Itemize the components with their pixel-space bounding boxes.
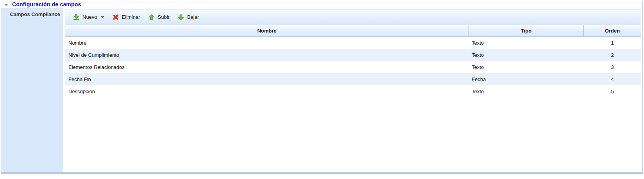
cell-orden: 1	[584, 37, 641, 49]
cell-tipo: Fecha	[469, 73, 584, 85]
table-row[interactable]: Descripción Texto 5	[65, 85, 641, 98]
cell-tipo: Texto	[469, 49, 584, 61]
add-new-icon	[73, 14, 79, 20]
nuevo-button[interactable]: Nuevo	[70, 12, 107, 23]
table-row[interactable]: Nivel de Cumplimiento Texto 2	[65, 49, 641, 61]
subir-button-label: Subir	[158, 14, 170, 20]
fieldset-legend: Configuración de campos	[1, 1, 642, 8]
column-header-nombre[interactable]: Nombre	[65, 25, 469, 36]
campos-grid-panel: Nuevo Eliminar	[65, 9, 641, 171]
grid-toolbar: Nuevo Eliminar	[65, 9, 641, 25]
cell-orden: 3	[584, 61, 641, 73]
eliminar-button-label: Eliminar	[122, 14, 140, 20]
configuracion-de-campos-fieldset: Configuración de campos Campos Complianc…	[1, 1, 643, 174]
table-row[interactable]: Nombre Texto 1	[65, 37, 641, 49]
bajar-button[interactable]: Bajar	[175, 12, 202, 23]
table-row[interactable]: Elementos Relacionados Texto 3	[65, 61, 641, 73]
table-row[interactable]: Fecha Fin Fecha 4	[65, 73, 641, 85]
grid-header: Nombre Tipo Orden	[65, 25, 641, 37]
cell-nombre: Descripción	[65, 85, 469, 98]
cell-nombre: Nombre	[65, 37, 469, 49]
cell-orden: 5	[584, 85, 641, 98]
cell-tipo: Texto	[469, 85, 584, 98]
delete-x-icon	[113, 14, 119, 20]
fieldset-title: Configuración de campos	[12, 1, 81, 8]
column-header-tipo[interactable]: Tipo	[469, 25, 584, 36]
fieldset-body: Campos Compliance Nuevo	[1, 8, 642, 172]
nuevo-menu-arrow-icon[interactable]	[101, 16, 104, 18]
cell-tipo: Texto	[469, 61, 584, 73]
cell-tipo: Texto	[469, 37, 584, 49]
cell-orden: 2	[584, 49, 641, 61]
arrow-down-icon	[178, 14, 184, 20]
bajar-button-label: Bajar	[187, 14, 199, 20]
grid-body: Nombre Texto 1 Nivel de Cumplimiento Tex…	[65, 37, 641, 171]
eliminar-button[interactable]: Eliminar	[109, 12, 143, 23]
collapse-toggle-icon[interactable]	[4, 4, 8, 6]
fieldset-legend-inner: Configuración de campos	[3, 1, 84, 8]
subir-button[interactable]: Subir	[145, 12, 173, 23]
column-header-orden[interactable]: Orden	[584, 25, 641, 36]
cell-orden: 4	[584, 73, 641, 85]
arrow-up-icon	[148, 14, 155, 20]
nuevo-button-label: Nuevo	[82, 14, 97, 20]
cell-nombre: Nivel de Cumplimiento	[65, 49, 469, 61]
cell-nombre: Elementos Relacionados	[65, 61, 469, 73]
cell-nombre: Fecha Fin	[65, 73, 469, 85]
campos-compliance-label: Campos Compliance	[1, 8, 63, 172]
